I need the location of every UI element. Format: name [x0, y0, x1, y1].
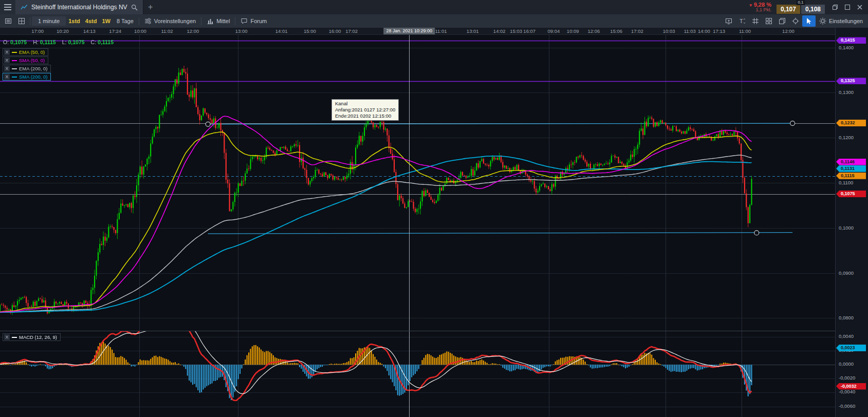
time-tick: 15:00: [304, 28, 316, 34]
macd-tag: 0,0023: [836, 345, 866, 351]
indicator-label: SMA (50, 0): [19, 58, 45, 63]
timeframe-dropdown[interactable]: 1 minute: [32, 16, 66, 26]
indicator-close-button[interactable]: X: [4, 49, 10, 55]
bid-ask-block: 0,1 0,107 0,108: [777, 1, 825, 14]
channel-tooltip-end: Ende:2021 0202 12:15:00: [335, 113, 395, 119]
macd-tick: -0,0040: [839, 389, 855, 394]
price-tick: 0,1200: [839, 135, 854, 140]
gear-icon: [819, 17, 826, 25]
high-label: H:: [33, 39, 39, 45]
price-tag: 0,1115: [836, 173, 866, 179]
indicator-chip[interactable]: XEMA (50, 0): [3, 48, 48, 56]
price-chart-panel[interactable]: O:0,1075 H:0,1115 L:0,1075 C:0,1115 XEMA…: [0, 35, 835, 331]
export-button[interactable]: [722, 15, 735, 27]
cascade-windows-icon: [779, 17, 786, 25]
time-tick: 17:24: [109, 28, 121, 34]
chart-line-icon: [21, 4, 28, 11]
restore-window-button[interactable]: [829, 1, 841, 13]
time-tick: 16:00: [329, 28, 341, 34]
bar-chart-icon: [207, 17, 214, 25]
spread-value: 0,1: [796, 0, 805, 5]
channel-tooltip: Kanal Anfang:2021 0127 12:27:00 Ende:202…: [331, 99, 399, 121]
time-tick: 09:04: [547, 28, 560, 34]
time-tick: 17:02: [631, 28, 643, 34]
time-tick: 16:07: [523, 28, 535, 34]
channel-tooltip-title: Kanal: [335, 101, 395, 107]
price-chart-canvas[interactable]: [0, 35, 835, 331]
quote-panel: ▼9,28 % 1,1 Pkt. 0,1 0,107 0,108: [749, 1, 825, 14]
macd-canvas[interactable]: [0, 331, 835, 417]
add-tab-button[interactable]: +: [143, 3, 158, 12]
ask-price-button[interactable]: 0,108: [801, 5, 825, 14]
macd-legend-chip[interactable]: X MACD (12, 26, 9): [3, 333, 61, 341]
time-tick: 17:02: [345, 28, 358, 34]
timeframe-4h-button[interactable]: 4std: [83, 18, 100, 24]
price-tick: 0,0800: [839, 315, 854, 320]
open-value: 0,1075: [10, 39, 27, 45]
macd-panel[interactable]: X MACD (12, 26, 9): [0, 331, 835, 417]
channel-tooltip-start: Anfang:2021 0127 12:27:00: [335, 107, 395, 113]
bid-price-button[interactable]: 0,107: [777, 5, 800, 14]
indicator-color-swatch: [12, 52, 17, 53]
indicator-close-button[interactable]: X: [4, 74, 10, 80]
time-axis[interactable]: 17:0010:2014:1317:2410:0011:0212:0013:00…: [0, 28, 835, 35]
price-axis[interactable]: 0,14000,13000,12000,11000,10000,09000,08…: [835, 28, 868, 417]
time-tick: 12:00: [187, 28, 199, 34]
grid-view-button[interactable]: [15, 15, 28, 27]
time-tick: 10:03: [663, 28, 675, 34]
cursor-icon: [805, 17, 812, 25]
high-value: 0,1115: [40, 39, 56, 45]
trading-app: Steinhoff International Holdings NV + ▼9…: [0, 0, 868, 417]
macd-color-swatch: [12, 337, 17, 338]
mittel-label: Mittel: [216, 18, 230, 24]
price-tag: 0,1146: [836, 159, 866, 165]
crosshair-tool-button[interactable]: [789, 15, 802, 27]
price-tag: 0,1131: [836, 165, 866, 172]
maximize-window-button[interactable]: [841, 1, 854, 13]
time-tick: 10:20: [57, 28, 69, 34]
indicator-color-swatch: [12, 68, 17, 69]
cursor-tool-button[interactable]: [802, 15, 816, 27]
time-tick: 11:01: [435, 28, 447, 34]
indicator-chip[interactable]: XSMA (200, 0): [3, 73, 51, 81]
timeframe-1h-button[interactable]: 1std: [66, 18, 83, 24]
chart-toolbar: 1 minute 1std 4std 1W 8 Tage Voreinstell…: [0, 14, 868, 28]
text-tool-button[interactable]: T: [735, 15, 749, 27]
time-tick: 13:01: [467, 28, 479, 34]
close-value: 0,1115: [98, 39, 114, 45]
presets-dropdown[interactable]: Voreinstellungen: [141, 15, 199, 27]
macd-tick: 0,0040: [839, 334, 854, 339]
macd-close-button[interactable]: X: [4, 334, 10, 340]
grid-settings-button[interactable]: [749, 15, 762, 27]
macd-tick: -0,0060: [839, 404, 855, 409]
time-tick: 14:01: [275, 28, 288, 34]
indicator-close-button[interactable]: X: [4, 58, 10, 63]
forum-button[interactable]: Forum: [237, 15, 270, 27]
price-tag: 0,1232: [836, 120, 866, 126]
indicator-label: EMA (200, 0): [19, 66, 47, 71]
range-button[interactable]: 8 Tage: [113, 15, 137, 27]
indicator-chip[interactable]: XSMA (50, 0): [3, 56, 48, 64]
close-window-button[interactable]: [854, 1, 866, 13]
chart-tab[interactable]: Steinhoff International Holdings NV: [15, 0, 143, 14]
watchlist-button[interactable]: [2, 15, 15, 27]
search-icon[interactable]: [131, 4, 138, 11]
settings-label: Einstellungen: [829, 18, 863, 24]
window-controls: [829, 1, 866, 13]
time-tick: 10:00: [134, 28, 146, 34]
indicator-chip[interactable]: XEMA (200, 0): [3, 65, 51, 72]
indicator-close-button[interactable]: X: [4, 66, 10, 71]
time-tick: 17:13: [713, 28, 725, 34]
multi-chart-button[interactable]: [762, 15, 775, 27]
time-tick: 11:00: [739, 28, 751, 34]
settings-button[interactable]: Einstellungen: [816, 15, 866, 27]
close-label: C:: [91, 39, 97, 45]
low-label: L:: [62, 39, 67, 45]
cascade-windows-button[interactable]: [775, 15, 789, 27]
timeframe-1w-button[interactable]: 1W: [99, 18, 113, 24]
time-tick: 14:00: [698, 28, 710, 34]
change-block: ▼9,28 % 1,1 Pkt.: [749, 2, 771, 13]
open-label: O:: [3, 39, 9, 45]
mittel-button[interactable]: Mittel: [203, 15, 233, 27]
menu-button[interactable]: [0, 0, 15, 14]
